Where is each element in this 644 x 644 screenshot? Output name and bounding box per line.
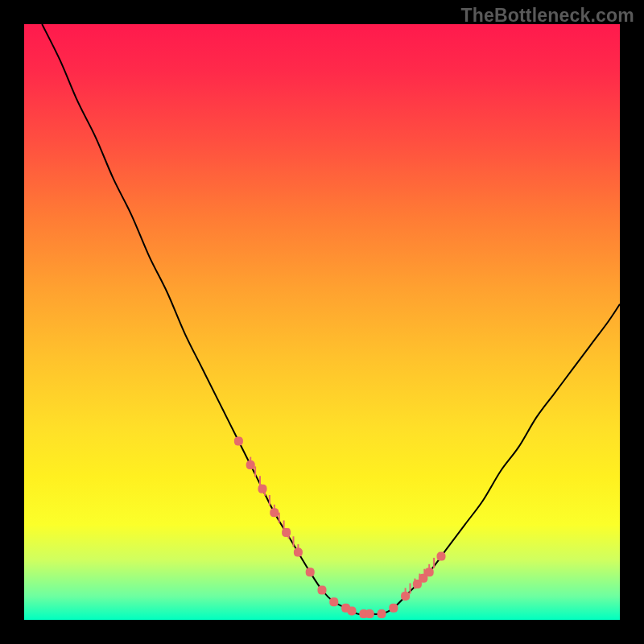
series-marker — [306, 568, 315, 576]
hatch-regions — [250, 457, 434, 599]
series-marker — [378, 609, 386, 618]
bottleneck-curve — [42, 24, 620, 614]
series-markers — [234, 437, 446, 619]
series-marker — [348, 606, 357, 615]
series-marker — [425, 568, 434, 576]
chart-svg — [24, 24, 620, 620]
chart-plot-area — [24, 24, 620, 620]
series-marker — [318, 586, 327, 595]
series-marker — [437, 552, 446, 561]
series-marker — [270, 508, 279, 517]
watermark-text: TheBottleneck.com — [460, 5, 634, 27]
series-marker — [294, 548, 303, 557]
series-marker — [401, 592, 410, 601]
series-marker — [234, 437, 243, 446]
series-marker — [389, 604, 398, 613]
series-marker — [258, 485, 267, 493]
series-marker — [282, 528, 291, 537]
series-marker — [365, 609, 374, 618]
series-marker — [329, 597, 338, 606]
series-marker — [246, 460, 255, 469]
